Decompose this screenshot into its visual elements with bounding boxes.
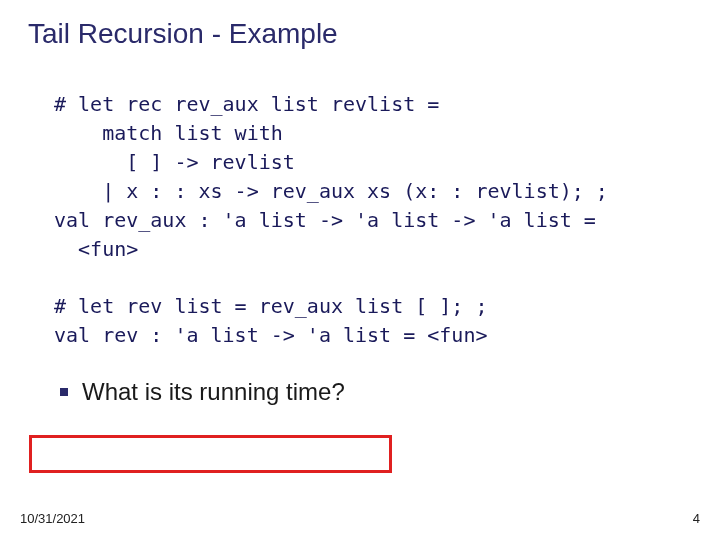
footer-page-number: 4 [693, 511, 700, 526]
bullet-row: What is its running time? [60, 378, 692, 406]
footer-date: 10/31/2021 [20, 511, 85, 526]
code-block-rev-aux: # let rec rev_aux list revlist = match l… [54, 90, 692, 264]
footer: 10/31/2021 4 [20, 511, 700, 526]
square-bullet-icon [60, 388, 68, 396]
page-title: Tail Recursion - Example [28, 18, 692, 50]
code-block-rev: # let rev list = rev_aux list [ ]; ; val… [54, 292, 692, 350]
highlight-box [29, 435, 392, 473]
slide: Tail Recursion - Example # let rec rev_a… [0, 0, 720, 540]
question-text: What is its running time? [82, 378, 345, 406]
